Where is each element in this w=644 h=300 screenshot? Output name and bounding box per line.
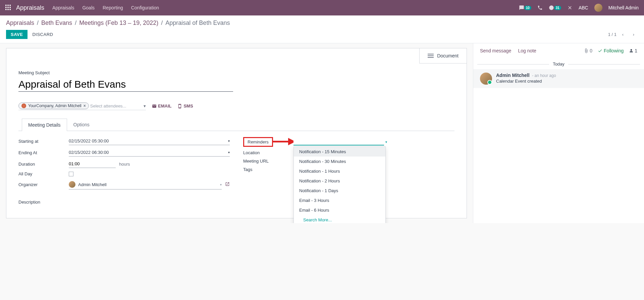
reminders-input[interactable] (293, 138, 384, 145)
chat-badge: 10 (524, 6, 531, 10)
crumb-sep: / (75, 19, 76, 27)
svg-rect-8 (9, 9, 11, 10)
location-label: Location (243, 150, 293, 155)
dropdown-item[interactable]: Notification - 2 Hours (294, 176, 385, 186)
chevron-down-icon: ▾ (220, 183, 222, 186)
svg-rect-5 (9, 7, 11, 8)
chevron-down-icon[interactable]: ▾ (144, 103, 146, 109)
sms-button[interactable]: SMS (177, 103, 193, 109)
document-button[interactable]: Document (419, 48, 467, 63)
description-label: Description (18, 200, 40, 205)
apps-icon[interactable] (5, 5, 11, 11)
topbar-right: 10 31 ABC Mitchell Admin (519, 4, 639, 12)
crumb-appraisals[interactable]: Appraisals (6, 19, 34, 27)
annotation-arrow (272, 136, 296, 148)
svg-rect-1 (7, 5, 9, 6)
svg-rect-3 (5, 7, 7, 8)
svg-rect-4 (7, 7, 9, 8)
tags-label: Tags (243, 167, 293, 172)
form-panel: Document Meeting Subject YourCompany, Ad… (0, 43, 473, 223)
header: Appraisals / Beth Evans / Meetings (Feb … (0, 15, 644, 43)
discard-button[interactable]: DISCARD (28, 30, 58, 39)
pager-text: 1 / 1 (608, 32, 616, 37)
starting-input[interactable]: 02/15/2022 05:30:00 ▾ (69, 137, 230, 145)
tab-options[interactable]: Options (67, 118, 96, 131)
reminders-dropdown: Notification - 15 Minutes Notification -… (293, 146, 386, 223)
log-note-button[interactable]: Log note (518, 48, 536, 53)
dropdown-item[interactable]: Notification - 1 Hours (294, 166, 385, 176)
allday-label: All Day (18, 171, 69, 176)
actions-bar: SAVE DISCARD 1 / 1 ‹ › (6, 30, 638, 39)
chatter: Send message Log note 0 Following 1 Toda… (473, 43, 644, 223)
doc-btn-row: Document (6, 48, 467, 63)
ending-input[interactable]: 02/15/2022 06:30:00 ▾ (69, 148, 230, 157)
dropdown-search-more[interactable]: Search More... (294, 215, 385, 223)
meeting-url-label: Meeting URL (243, 159, 293, 164)
nav-appraisals[interactable]: Appraisals (52, 5, 74, 10)
external-link-icon[interactable] (225, 182, 230, 187)
main: Document Meeting Subject YourCompany, Ad… (0, 43, 644, 223)
nav-goals[interactable]: Goals (82, 5, 95, 10)
crumb-meetings[interactable]: Meetings (Feb 13 – 19, 2022) (79, 19, 158, 27)
chat-icon[interactable]: 10 (519, 5, 531, 10)
subject-label: Meeting Subject (18, 70, 454, 75)
duration-input[interactable] (69, 160, 116, 168)
email-button[interactable]: EMAIL (152, 103, 171, 109)
save-button[interactable]: SAVE (6, 30, 28, 39)
dropdown-item[interactable]: Notification - 30 Minutes (294, 157, 385, 166)
chevron-down-icon[interactable]: ▾ (385, 140, 387, 144)
svg-rect-0 (5, 5, 7, 6)
organizer-label: Organizer (18, 182, 69, 187)
chevron-down-icon: ▾ (228, 151, 230, 154)
starting-label: Starting at (18, 139, 69, 144)
tab-meeting-details[interactable]: Meeting Details (22, 119, 67, 131)
user-avatar[interactable] (594, 4, 602, 12)
avatar-icon (21, 103, 26, 108)
organizer-input[interactable]: Admin Mitchell ▾ (69, 180, 222, 189)
user-name[interactable]: Mitchell Admin (608, 5, 639, 10)
message-time: - an hour ago (532, 73, 556, 78)
duration-label: Duration (18, 162, 69, 167)
attachments-button[interactable]: 0 (584, 48, 592, 53)
pager-prev[interactable]: ‹ (619, 30, 627, 39)
company-label[interactable]: ABC (579, 5, 588, 10)
avatar-icon (69, 181, 75, 188)
pager-next[interactable]: › (629, 30, 638, 39)
today-separator: Today (473, 61, 644, 67)
dropdown-item[interactable]: Email - 6 Hours (294, 205, 385, 215)
form-card: Document Meeting Subject YourCompany, Ad… (6, 48, 467, 218)
activity-icon[interactable]: 31 (549, 5, 561, 10)
dropdown-item[interactable]: Email - 3 Hours (294, 196, 385, 205)
chip-label: YourCompany, Admin Mitchell (28, 103, 82, 108)
annotation-box: Reminders (243, 137, 273, 147)
dropdown-item[interactable]: Notification - 15 Minutes (294, 147, 385, 157)
subject-input[interactable] (18, 77, 233, 92)
crumb-sep: / (37, 19, 39, 27)
following-button[interactable]: Following (598, 48, 624, 53)
nav-configuration[interactable]: Configuration (131, 5, 159, 10)
crumb-beth[interactable]: Beth Evans (41, 19, 72, 27)
phone-icon[interactable] (537, 5, 543, 10)
chevron-down-icon: ▾ (228, 139, 230, 143)
chip-remove[interactable]: × (84, 103, 86, 108)
nav-reporting[interactable]: Reporting (103, 5, 123, 10)
pager: 1 / 1 ‹ › (608, 30, 638, 39)
message-text: Calendar Event created (496, 79, 556, 84)
message-author: Admin Mitchell (496, 73, 530, 78)
dev-icon[interactable] (567, 5, 573, 10)
dropdown-item[interactable]: Notification - 1 Days (294, 186, 385, 196)
attendees-field[interactable]: YourCompany, Admin Mitchell × Select att… (18, 102, 146, 110)
activity-badge: 31 (554, 6, 561, 10)
followers-button[interactable]: 1 (629, 48, 637, 53)
message-avatar (480, 73, 492, 85)
attendee-chip: YourCompany, Admin Mitchell × (18, 102, 89, 109)
app-brand[interactable]: Appraisals (16, 4, 44, 11)
send-message-button[interactable]: Send message (480, 48, 511, 53)
svg-rect-6 (5, 9, 7, 10)
attendees-placeholder: Select attendees... (90, 103, 144, 109)
svg-rect-2 (9, 5, 11, 6)
hamburger-icon (428, 54, 434, 58)
allday-checkbox[interactable] (69, 172, 73, 176)
top-nav: Appraisals Goals Reporting Configuration (52, 5, 519, 10)
message: Admin Mitchell - an hour ago Calendar Ev… (473, 69, 644, 88)
